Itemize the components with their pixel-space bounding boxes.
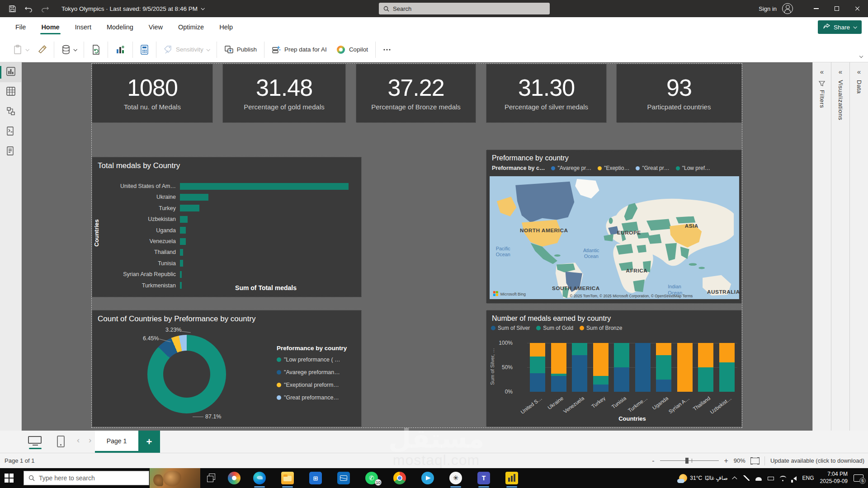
weather-widget[interactable]: 31°C صافٍ غالبًا xyxy=(679,474,727,482)
stacked-bar[interactable] xyxy=(614,343,629,392)
share-button[interactable]: Share xyxy=(818,20,862,34)
map-legend-item[interactable]: "Great pr… xyxy=(636,165,669,171)
menu-tab-insert[interactable]: Insert xyxy=(69,19,98,35)
pane-visualizations[interactable]: «Visualizations xyxy=(831,62,849,431)
stacked-legend-item[interactable]: Sum of Gold xyxy=(536,325,573,331)
account-avatar-icon[interactable] xyxy=(782,3,793,14)
tray-expand-icon[interactable] xyxy=(732,476,737,481)
nav-report-view[interactable] xyxy=(0,62,22,82)
stacked-bar[interactable] xyxy=(551,343,566,392)
taskbar-app-chatgpt[interactable]: ✳ xyxy=(445,471,467,485)
global-search-box[interactable]: Search xyxy=(379,3,550,14)
next-page-arrow[interactable]: › xyxy=(89,435,91,445)
start-button[interactable] xyxy=(5,474,14,483)
zoom-slider[interactable] xyxy=(660,460,719,461)
donut-legend-item[interactable]: "Low preformance ( … xyxy=(277,357,340,363)
previous-page-arrow[interactable]: ‹ xyxy=(77,435,80,445)
stacked-bar[interactable] xyxy=(635,343,651,392)
kpi-card[interactable]: 37.22Percentage of Bronze medals xyxy=(356,64,476,123)
stacked-bar[interactable] xyxy=(572,343,587,392)
expand-pane-icon[interactable]: « xyxy=(857,68,861,75)
kpi-card[interactable]: 31.30Percentage of silver medals xyxy=(486,64,607,123)
bar-row[interactable]: Syrian Arab Republic xyxy=(97,271,182,278)
mobile-layout-icon[interactable] xyxy=(57,436,65,447)
world-map[interactable]: NORTH AMERICAEUROPEASIAAFRICASOUTH AMERI… xyxy=(489,176,740,301)
network-tray-icon[interactable] xyxy=(780,476,786,480)
taskbar-app-copilot[interactable] xyxy=(223,471,245,485)
bar-row[interactable]: Turkey xyxy=(97,205,199,212)
map-legend-item[interactable]: "Low pref… xyxy=(676,165,710,171)
taskbar-app-explorer[interactable] xyxy=(277,471,298,485)
calculator-button[interactable] xyxy=(137,42,152,58)
stacked-bar-visual[interactable]: Number of medals earned by countrySum of… xyxy=(486,310,742,427)
nav-tmdl-view[interactable] xyxy=(0,142,22,162)
taskbar-app-teams[interactable]: T xyxy=(473,471,495,485)
taskbar-app-outlook[interactable] xyxy=(333,471,354,485)
title-dropdown-caret[interactable] xyxy=(201,6,204,10)
pane-filters[interactable]: «Filters xyxy=(812,62,831,431)
desktop-layout-icon[interactable] xyxy=(28,436,42,446)
pane-data[interactable]: «Data xyxy=(849,62,868,431)
menu-tab-optimize[interactable]: Optimize xyxy=(172,19,210,35)
kpi-card[interactable]: 1080Total nu. of Medals xyxy=(92,64,213,123)
bar-row[interactable]: Venezuela xyxy=(97,238,186,245)
donut-legend-item[interactable]: "Avarege preforman… xyxy=(277,369,340,375)
bar-row[interactable]: Ukraine xyxy=(97,193,208,201)
update-available-link[interactable]: Update available (click to download) xyxy=(770,457,864,464)
pen-tray-icon[interactable] xyxy=(743,475,750,481)
taskbar-search-box[interactable]: Type here to search xyxy=(24,471,149,485)
menu-tab-view[interactable]: View xyxy=(142,19,169,35)
bar-row[interactable]: Uzbekistan xyxy=(97,216,188,223)
close-button[interactable] xyxy=(847,0,868,17)
bar-row[interactable]: Thailand xyxy=(97,249,183,256)
map-legend-item[interactable]: "Exeptio… xyxy=(598,165,629,171)
zoom-in-button[interactable]: + xyxy=(724,457,728,465)
collapse-ribbon-icon[interactable] xyxy=(860,51,863,59)
donut-legend-item[interactable]: "Great preformance… xyxy=(277,394,339,401)
taskbar-app-telegram[interactable] xyxy=(417,471,439,485)
stacked-bar[interactable] xyxy=(677,343,693,392)
stacked-legend-item[interactable]: Sum of Silver xyxy=(491,325,530,331)
taskbar-app-powerbi[interactable] xyxy=(501,471,523,485)
bar-row[interactable]: Uganda xyxy=(97,227,186,234)
maximize-button[interactable] xyxy=(826,0,847,17)
notification-center-icon[interactable]: 5 xyxy=(854,474,863,482)
undo-icon[interactable] xyxy=(24,5,33,13)
task-view-icon[interactable] xyxy=(207,474,216,483)
minimize-button[interactable] xyxy=(806,0,826,17)
menu-tab-file[interactable]: File xyxy=(9,19,32,35)
stacked-bar[interactable] xyxy=(656,343,671,392)
kpi-card[interactable]: 31.48Percentage of gold medals xyxy=(222,64,346,123)
redo-icon[interactable] xyxy=(41,5,49,13)
nav-table-view[interactable] xyxy=(0,82,22,102)
bar-row[interactable]: United States of Am… xyxy=(97,183,349,190)
sign-in-link[interactable]: Sign in xyxy=(759,5,777,12)
expand-pane-icon[interactable]: « xyxy=(839,68,842,75)
document-title[interactable]: Tokyo Olympics · Last saved: 9/5/2025 at… xyxy=(61,5,204,12)
format-painter-button[interactable] xyxy=(34,42,50,57)
stacked-bar[interactable] xyxy=(530,343,545,392)
kpi-card[interactable]: 93Particpated countries xyxy=(616,64,742,123)
more-button[interactable] xyxy=(379,42,395,57)
menu-tab-help[interactable]: Help xyxy=(213,19,239,35)
clock[interactable]: 7:04 PM 2025-09-09 xyxy=(820,471,848,485)
donut-chart-visual[interactable]: Count of Countries by Preformance by cou… xyxy=(92,310,362,427)
publish-button[interactable]: Publish xyxy=(221,42,260,57)
page-tab[interactable]: Page 1 xyxy=(95,431,138,453)
bar-row[interactable]: Tunisia xyxy=(97,260,183,267)
stacked-bar[interactable] xyxy=(698,343,713,392)
language-indicator[interactable]: ENG xyxy=(802,475,814,481)
fit-to-page-icon[interactable] xyxy=(751,458,759,464)
bar-row[interactable]: Turkmenistan xyxy=(97,282,182,289)
stacked-legend-item[interactable]: Sum of Bronze xyxy=(580,325,622,331)
transform-refresh-button[interactable] xyxy=(88,42,104,58)
taskbar-app-edge[interactable] xyxy=(249,471,270,485)
taskbar-app-whatsapp[interactable]: ✆10 xyxy=(361,471,382,485)
stacked-bar[interactable] xyxy=(593,343,609,392)
volume-tray-icon[interactable] xyxy=(793,476,797,481)
zoom-out-button[interactable]: - xyxy=(652,457,654,465)
menu-tab-modeling[interactable]: Modeling xyxy=(100,19,140,35)
taskbar-app-store[interactable]: ⊞ xyxy=(305,471,326,485)
stacked-bar[interactable] xyxy=(719,343,735,392)
nav-model-view[interactable] xyxy=(0,102,22,122)
